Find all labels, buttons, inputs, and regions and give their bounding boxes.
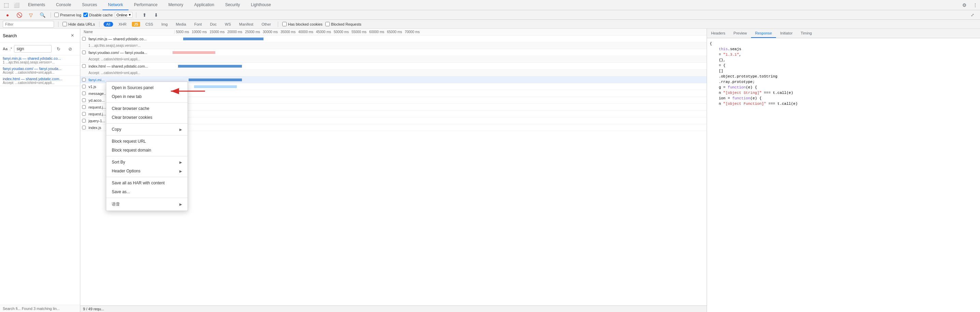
menu-header-options[interactable]: Header Options ▶ [106, 166, 188, 176]
network-row-2[interactable]: fanyi.youdao.com/ — fanyi.youda... [80, 49, 706, 56]
separator-menu-6 [106, 198, 188, 198]
filter-input[interactable] [3, 21, 54, 28]
inspect-icon[interactable]: ⬚ [2, 0, 11, 10]
waterfall-bar-5 [194, 86, 237, 88]
network-row-3[interactable]: index.html — shared.ydstatic.com... [80, 63, 706, 70]
record-button[interactable]: ● [3, 10, 12, 20]
ruler-45000: 45000 ms [315, 30, 332, 34]
device-icon[interactable]: ⬜ [12, 0, 21, 10]
tab-response[interactable]: Response [751, 29, 776, 38]
menu-yuyin[interactable]: 语音 ▶ [106, 200, 188, 209]
code-line-1: { [710, 41, 977, 46]
throttle-select[interactable]: Online ▾ [115, 12, 132, 18]
settings-icon[interactable]: ⚙ [959, 0, 969, 10]
menu-open-new-tab[interactable]: Open in new tab [106, 92, 188, 101]
expand-icon[interactable]: ⤢ [968, 10, 977, 20]
search-result-fanyi-min-js[interactable]: fanyi.min.js — shared.ydstatic.co... 1 .… [0, 55, 80, 65]
ruler-40000: 40000 ms [297, 30, 315, 34]
filter-other[interactable]: Other [259, 22, 274, 27]
hide-data-urls-checkbox[interactable]: Hide data URLs [62, 22, 95, 26]
disable-cache-input[interactable] [83, 13, 88, 17]
disable-cache-checkbox[interactable]: Disable cache [83, 13, 113, 17]
separator-3 [58, 22, 59, 27]
tab-application[interactable]: Application [189, 0, 220, 10]
search-network-icon[interactable]: 🔍 [38, 10, 47, 20]
ruler-15000: 15000 ms [208, 30, 226, 34]
blocked-cookies-checkbox[interactable]: Has blocked cookies [282, 22, 323, 26]
code-line-8: .object.prototype.toString [710, 74, 977, 79]
tab-initiator[interactable]: Initiator [776, 29, 797, 38]
menu-open-sources[interactable]: Open in Sources panel [106, 83, 188, 92]
import-button[interactable]: ⬆ [140, 10, 150, 20]
tab-console[interactable]: Console [51, 0, 76, 10]
copy-submenu-arrow: ▶ [180, 128, 182, 131]
tab-network[interactable]: Network [102, 0, 129, 10]
separator-2 [136, 12, 136, 18]
search-input[interactable] [14, 45, 52, 52]
search-result-index-html[interactable]: index.html — shared.ydstatic.com... Acce… [0, 76, 80, 86]
tab-security[interactable]: Security [220, 0, 245, 10]
more-icon[interactable]: ⋮ [970, 0, 980, 10]
tab-elements[interactable]: Elements [22, 0, 51, 10]
tab-preview[interactable]: Preview [730, 29, 751, 38]
case-sensitive-label[interactable]: Aa [3, 47, 8, 51]
filter-ws[interactable]: WS [222, 22, 234, 27]
filter-js[interactable]: JS [132, 22, 140, 27]
hide-data-urls-input[interactable] [62, 22, 67, 26]
filter-manifest[interactable]: Manifest [237, 22, 256, 27]
blocked-requests-input[interactable] [325, 22, 330, 26]
blocked-cookies-input[interactable] [282, 22, 287, 26]
filter-css[interactable]: CSS [143, 22, 156, 27]
search-panel-header: Search ✕ [0, 29, 80, 43]
separator-menu-3 [106, 135, 188, 136]
tab-timing[interactable]: Timing [797, 29, 816, 38]
preserve-log-input[interactable] [54, 13, 59, 17]
tab-memory[interactable]: Memory [163, 0, 189, 10]
waterfall-bar-1 [183, 38, 263, 40]
filter-xhr[interactable]: XHR [116, 22, 129, 27]
search-result-fanyi-youdao[interactable]: fanyi.youdao.com/ — fanyi.youda... Accep… [0, 65, 80, 76]
filter-icon[interactable]: ▽ [26, 10, 35, 20]
blocked-requests-checkbox[interactable]: Blocked Requests [325, 22, 361, 26]
filter-all[interactable]: All [103, 22, 113, 27]
tab-performance[interactable]: Performance [129, 0, 163, 10]
filter-font[interactable]: Font [192, 22, 205, 27]
clear-search-button[interactable]: ⊘ [65, 44, 75, 54]
menu-clear-cache[interactable]: Clear browser cache [106, 104, 188, 113]
ruler-65000: 65000 ms [386, 30, 404, 34]
close-search-button[interactable]: ✕ [68, 31, 77, 40]
menu-copy[interactable]: Copy ▶ [106, 125, 188, 134]
regex-label[interactable]: .* [10, 47, 12, 51]
menu-save-as[interactable]: Save as... [106, 187, 188, 196]
panel-tabs: Headers Preview Response Initiator Timin… [707, 29, 980, 38]
code-line-2: this.seajs [710, 46, 977, 52]
filter-media[interactable]: Media [173, 22, 189, 27]
menu-save-har[interactable]: Save all as HAR with content [106, 179, 188, 187]
network-row-1[interactable]: fanyi.min.js — shared.ydstatic.co... [80, 35, 706, 42]
search-title: Search [3, 33, 17, 38]
menu-clear-cookies[interactable]: Clear browser cookies [106, 113, 188, 122]
preserve-log-checkbox[interactable]: Preserve log [54, 13, 81, 17]
tab-lighthouse[interactable]: Lighthouse [245, 0, 277, 10]
filter-doc[interactable]: Doc [207, 22, 220, 27]
chevron-down-icon: ▾ [129, 13, 131, 17]
network-row-1b[interactable]: 1 ...ajs:this.seajs},seajs.version=... [80, 42, 706, 49]
network-row-3b[interactable]: Accept: ...cation/xhtml+xml,appli... [80, 70, 706, 76]
tab-sources[interactable]: Sources [76, 0, 102, 10]
network-row-2b[interactable]: Accept: ...cation/xhtml+xml,appli... [80, 56, 706, 63]
menu-block-domain[interactable]: Block request domain [106, 146, 188, 155]
export-button[interactable]: ⬇ [151, 10, 161, 20]
ruler-5000: 5000 ms [175, 30, 190, 34]
ruler-70000: 70000 ms [403, 30, 421, 34]
stop-button[interactable]: 🚫 [14, 10, 24, 20]
code-line-10: g = function(e) { [710, 85, 977, 90]
menu-block-url[interactable]: Block request URL [106, 137, 188, 146]
separator-menu-1 [106, 102, 188, 103]
filter-img[interactable]: Img [159, 22, 170, 27]
menu-sort-by[interactable]: Sort By ▶ [106, 158, 188, 166]
tab-headers[interactable]: Headers [707, 29, 730, 38]
refresh-search-button[interactable]: ↻ [54, 44, 63, 54]
ruler-55000: 55000 ms [350, 30, 368, 34]
code-line-4: {}, [710, 57, 977, 63]
search-footer: Search fi... Found 3 matching lin... [0, 305, 80, 312]
